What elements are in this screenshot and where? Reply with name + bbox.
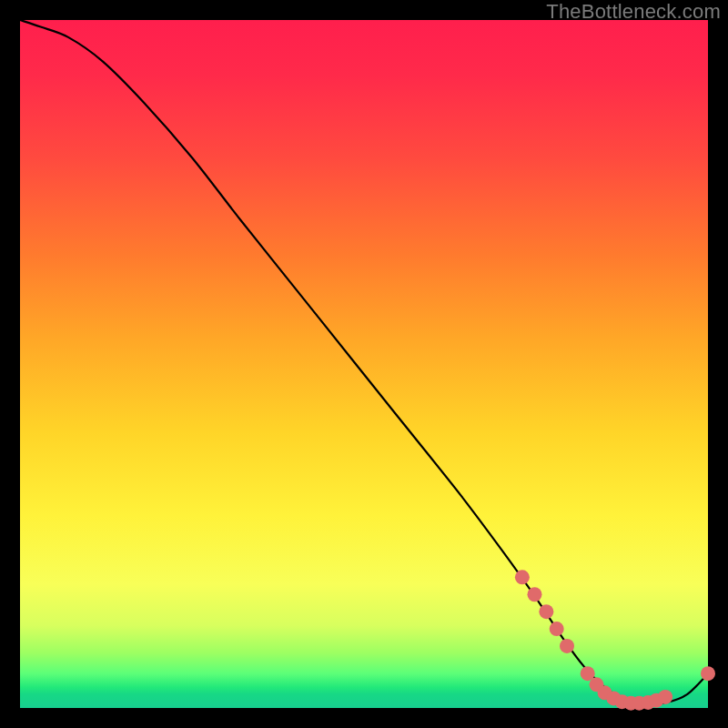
chart-svg xyxy=(20,20,708,708)
data-point xyxy=(550,622,564,636)
data-point xyxy=(658,690,672,704)
data-point xyxy=(560,639,574,653)
data-markers xyxy=(515,570,715,710)
bottleneck-curve xyxy=(20,20,708,704)
data-point xyxy=(527,587,541,602)
chart-stage: TheBottleneck.com xyxy=(0,0,728,728)
data-point xyxy=(515,570,530,584)
data-point xyxy=(539,604,553,619)
data-point xyxy=(701,666,715,681)
watermark-text: TheBottleneck.com xyxy=(546,0,721,24)
